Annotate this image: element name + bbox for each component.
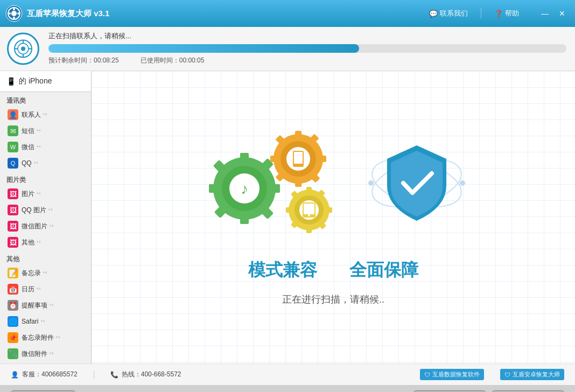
hotline-icon: 📞 (110, 371, 118, 379)
calendar-icon: 📅 (8, 284, 18, 295)
qqphotos-icon: 🖼 (8, 205, 18, 215)
reminders-icon: ⏰ (8, 300, 18, 311)
other-label: 其他 ⁺ˢ (22, 238, 86, 247)
main-layout: 📱 的 iPhone 通讯类 👤 联系人 ⁺ˢ ✉ 短信 ⁺ˢ W 微信 ⁺ˢ … (0, 71, 575, 363)
sidebar-item-other[interactable]: 🖼 其他 ⁺ˢ (0, 234, 91, 250)
safari-label: Safari ⁺ˢ (22, 318, 86, 325)
title-actions: 💬 联系我们 ❓ 帮助 — ✕ (425, 6, 570, 20)
sidebar-item-reminders[interactable]: ⏰ 提醒事项 ⁺ˢ (0, 297, 91, 313)
window-controls: — ✕ (537, 8, 570, 19)
back-button[interactable]: 返回主界面 (11, 390, 75, 393)
footer: 返回主界面 导出选中记录 导出全部记录 (0, 385, 575, 392)
content-inner: ♪ (196, 124, 471, 311)
reminders-label: 提醒事项 ⁺ˢ (22, 301, 86, 310)
calendar-label: 日历 ⁺ˢ (22, 285, 86, 294)
sidebar-item-bookmarks[interactable]: 📌 备忘录附件 ⁺ˢ (0, 330, 91, 346)
export-all-button[interactable]: 导出全部记录 (492, 390, 564, 393)
wechatatt-icon: 📎 (8, 348, 18, 359)
svg-rect-44 (306, 227, 312, 233)
remaining-time: 预计剩余时间：00:08:25 (48, 56, 119, 65)
export-buttons: 导出选中记录 导出全部记录 (413, 390, 564, 393)
info-bar: 👤 客服：4006685572 📞 热线：400-668-5572 🛡 互盾数据… (0, 363, 575, 385)
illustration: ♪ (196, 124, 471, 242)
progress-bar-fill (48, 44, 359, 53)
close-button[interactable]: ✕ (555, 8, 570, 19)
svg-rect-39 (297, 164, 300, 165)
svg-rect-45 (286, 207, 292, 213)
wechat-icon: W (8, 142, 18, 152)
help-icon: ❓ (494, 10, 503, 18)
sidebar-item-notes[interactable]: 📝 备忘录 ⁺ˢ (0, 265, 91, 281)
svg-rect-19 (209, 184, 218, 193)
category-comm: 通讯类 (0, 92, 91, 107)
wechat-label: 微信 ⁺ˢ (22, 143, 86, 152)
hotline-info: 📞 热线：400-668-5572 (110, 370, 181, 379)
export-selected-button[interactable]: 导出选中记录 (413, 390, 486, 393)
category-photo: 图片类 (0, 171, 91, 186)
sidebar-item-photos[interactable]: 🖼 图片 ⁺ˢ (0, 186, 91, 202)
android-recovery-button[interactable]: 🛡 互盾安卓恢复大师 (500, 369, 564, 380)
data-recovery-button[interactable]: 🛡 互盾数据恢复软件 (420, 369, 484, 380)
svg-rect-46 (326, 207, 332, 213)
sidebar-item-wechatphotos[interactable]: 🖼 微信图片 ⁺ˢ (0, 218, 91, 234)
iphone-icon: 📱 (6, 77, 16, 86)
sidebar-item-safari[interactable]: 🌐 Safari ⁺ˢ (0, 313, 91, 330)
scan-status-text: 正在扫描联系人，请稍候... (48, 31, 566, 41)
qq-icon: Q (8, 158, 18, 169)
scan-circle-icon (7, 33, 39, 65)
wechatphotos-label: 微信图片 ⁺ˢ (22, 222, 86, 231)
contact-us-button[interactable]: 💬 联系我们 (425, 6, 472, 20)
svg-point-5 (13, 8, 15, 10)
bookmarks-icon: 📌 (8, 332, 18, 343)
used-time: 已使用时间：00:00:05 (141, 56, 205, 65)
hotline-label: 热线：400-668-5572 (122, 370, 181, 379)
service-icon: 👤 (11, 371, 19, 379)
action-separator (481, 8, 481, 19)
minimize-button[interactable]: — (537, 8, 552, 19)
sidebar-item-contacts[interactable]: 👤 联系人 ⁺ˢ (0, 107, 91, 123)
service-info: 👤 客服：4006685572 (11, 370, 78, 379)
bookmarks-label: 备忘录附件 ⁺ˢ (22, 333, 86, 342)
photos-label: 图片 ⁺ˢ (22, 190, 86, 199)
slogan-row: 模式兼容 全面保障 (248, 258, 418, 282)
notes-label: 备忘录 ⁺ˢ (22, 269, 86, 278)
svg-point-9 (21, 47, 25, 51)
sms-label: 短信 ⁺ˢ (22, 127, 86, 136)
app-title: 互盾苹果恢复大师 v3.1 (27, 9, 425, 19)
sidebar-item-sms[interactable]: ✉ 短信 ⁺ˢ (0, 123, 91, 139)
safari-icon: 🌐 (8, 316, 18, 327)
svg-rect-20 (271, 184, 280, 193)
svg-rect-32 (319, 156, 326, 162)
sidebar-item-wechat[interactable]: W 微信 ⁺ˢ (0, 139, 91, 155)
slogan-text-1: 模式兼容 (248, 258, 317, 282)
svg-point-53 (308, 214, 310, 216)
progress-bar (48, 44, 566, 53)
scan-times: 预计剩余时间：00:08:25 已使用时间：00:00:05 (48, 56, 566, 65)
qqphotos-label: QQ 图片 ⁺ˢ (22, 206, 86, 215)
device-tab[interactable]: 📱 的 iPhone (0, 71, 91, 92)
app-logo (5, 5, 23, 22)
svg-rect-52 (304, 204, 314, 214)
svg-rect-18 (240, 215, 249, 224)
sidebar-item-qq[interactable]: Q QQ ⁺ˢ (0, 155, 91, 171)
other-icon: 🖼 (8, 237, 18, 248)
notes-icon: 📝 (8, 268, 18, 278)
svg-point-2 (11, 11, 17, 16)
sidebar-item-calendar[interactable]: 📅 日历 ⁺ˢ (0, 281, 91, 297)
category-other: 其他 (0, 250, 91, 265)
svg-point-6 (13, 17, 15, 19)
svg-text:♪: ♪ (241, 180, 248, 197)
contacts-icon: 👤 (8, 109, 18, 120)
wechatphotos-icon: 🖼 (8, 221, 18, 232)
svg-rect-31 (270, 156, 278, 162)
qq-label: QQ ⁺ˢ (22, 159, 86, 167)
android-icon: 🛡 (504, 372, 510, 378)
sidebar-item-wechatatt[interactable]: 📎 微信附件 ⁺ˢ (0, 346, 91, 362)
service-label: 客服：4006685572 (22, 370, 78, 379)
sidebar-item-qqphotos[interactable]: 🖼 QQ 图片 ⁺ˢ (0, 202, 91, 218)
svg-rect-30 (295, 179, 301, 187)
help-button[interactable]: ❓ 帮助 (490, 6, 523, 20)
slogan-text-2: 全面保障 (349, 258, 418, 282)
title-bar: 互盾苹果恢复大师 v3.1 💬 联系我们 ❓ 帮助 — ✕ (0, 0, 575, 27)
content-area: ♪ (92, 71, 575, 363)
